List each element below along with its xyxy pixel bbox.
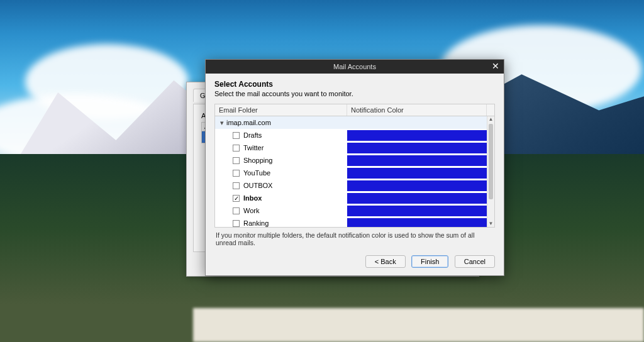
dialog-title: Mail Accounts bbox=[333, 63, 376, 70]
scroll-down-arrow-icon[interactable]: ▼ bbox=[487, 221, 494, 227]
col-scroll-gutter bbox=[487, 104, 494, 116]
folder-name: OUTBOX bbox=[243, 182, 272, 189]
folder-checkbox[interactable] bbox=[233, 170, 240, 177]
scroll-up-arrow-icon[interactable]: ▲ bbox=[487, 116, 494, 123]
folder-row[interactable]: OUTBOX bbox=[215, 179, 494, 192]
folders-table: Email Folder Notification Color ▾ imap.m… bbox=[214, 104, 495, 228]
folder-row[interactable]: Shopping bbox=[215, 154, 494, 167]
color-swatch[interactable] bbox=[347, 193, 492, 204]
account-row[interactable]: ▾ imap.mail.com bbox=[215, 116, 494, 129]
hint-text: If you monitor multiple folders, the def… bbox=[214, 228, 495, 246]
folder-checkbox[interactable] bbox=[233, 207, 240, 214]
color-swatch[interactable] bbox=[347, 143, 492, 153]
folder-row[interactable]: Ranking bbox=[215, 217, 494, 227]
folder-row[interactable]: ✓Inbox bbox=[215, 192, 494, 204]
back-button[interactable]: < Back bbox=[365, 255, 406, 268]
folder-row[interactable]: YouTube bbox=[215, 167, 494, 179]
color-swatch[interactable] bbox=[347, 218, 492, 228]
finish-button[interactable]: Finish bbox=[411, 255, 448, 268]
folder-checkbox[interactable] bbox=[233, 145, 240, 152]
folder-name: Drafts bbox=[243, 131, 262, 139]
folder-checkbox[interactable] bbox=[233, 132, 240, 139]
color-swatch[interactable] bbox=[347, 168, 492, 179]
account-name: imap.mail.com bbox=[226, 119, 271, 126]
vertical-scrollbar[interactable]: ▲ ▼ bbox=[487, 116, 494, 227]
color-swatch[interactable] bbox=[347, 180, 492, 191]
folder-row[interactable]: Twitter bbox=[215, 141, 494, 154]
dialog-heading: Select Accounts bbox=[214, 80, 495, 89]
cancel-button[interactable]: Cancel bbox=[455, 255, 495, 268]
folder-checkbox[interactable] bbox=[233, 157, 240, 164]
col-email-folder[interactable]: Email Folder bbox=[215, 104, 347, 116]
color-swatch[interactable] bbox=[347, 130, 492, 141]
folder-checkbox[interactable]: ✓ bbox=[233, 195, 240, 202]
scroll-thumb[interactable] bbox=[489, 124, 493, 199]
folders-rows: ▾ imap.mail.com DraftsTwitterShoppingYou… bbox=[215, 116, 494, 227]
folder-checkbox[interactable] bbox=[233, 182, 240, 189]
close-button[interactable]: ✕ bbox=[487, 60, 504, 74]
dialog-titlebar[interactable]: Mail Accounts ✕ bbox=[206, 60, 504, 74]
folder-name: Inbox bbox=[243, 194, 262, 202]
folder-checkbox[interactable] bbox=[233, 220, 240, 227]
folder-row[interactable]: Drafts bbox=[215, 129, 494, 141]
folder-name: Work bbox=[243, 207, 259, 214]
color-swatch[interactable] bbox=[347, 206, 492, 216]
dialog-subheading: Select the mail accounts you want to mon… bbox=[214, 90, 495, 97]
folder-name: Shopping bbox=[243, 157, 273, 164]
folder-name: Twitter bbox=[243, 144, 264, 152]
folder-row[interactable]: Work bbox=[215, 204, 494, 217]
folder-name: YouTube bbox=[243, 169, 270, 177]
folder-name: Ranking bbox=[243, 219, 269, 227]
col-notification-color[interactable]: Notification Color bbox=[347, 104, 487, 116]
color-swatch[interactable] bbox=[347, 155, 492, 166]
mail-accounts-dialog: Mail Accounts ✕ Select Accounts Select t… bbox=[205, 59, 504, 276]
disclosure-triangle-icon[interactable]: ▾ bbox=[219, 119, 225, 127]
